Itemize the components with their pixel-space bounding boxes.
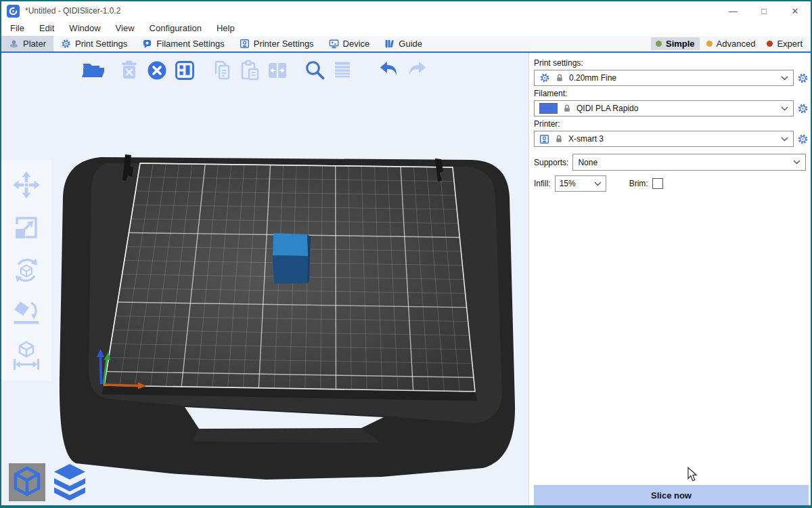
minimize-button[interactable]: — xyxy=(717,1,748,20)
printer-value: X-smart 3 xyxy=(568,134,776,144)
object-manipulation-toolbar xyxy=(1,160,51,381)
printer-icon xyxy=(240,39,250,49)
menu-window[interactable]: Window xyxy=(62,23,108,33)
tab-label: Print Settings xyxy=(75,39,127,49)
mode-switcher: Simple Advanced Expert xyxy=(651,36,811,51)
settings-panel: Print settings: 0.20mm Fine Filament: QI… xyxy=(529,53,811,505)
expert-mode-dot-icon xyxy=(767,41,773,47)
lock-icon xyxy=(562,104,572,113)
print-settings-value: 0.20mm Fine xyxy=(569,73,776,83)
plater-icon xyxy=(9,39,19,49)
simple-mode-dot-icon xyxy=(656,41,662,47)
mode-expert[interactable]: Expert xyxy=(762,37,807,50)
tab-bar: Plater Print Settings Filament Settings … xyxy=(1,36,811,53)
filament-icon xyxy=(142,39,152,49)
tab-label: Plater xyxy=(23,39,46,49)
3d-viewport[interactable] xyxy=(1,53,529,505)
close-button[interactable]: ✕ xyxy=(780,1,811,20)
device-icon xyxy=(329,39,339,49)
measure-tool-icon[interactable] xyxy=(11,340,42,371)
redo-icon[interactable] xyxy=(405,58,429,83)
arrange-icon[interactable] xyxy=(173,58,197,83)
supports-combo[interactable]: None xyxy=(572,154,806,171)
title-bar: *Untitled - QIDISlicer-1.0.2 — □ ✕ xyxy=(1,1,811,20)
fill-bed-icon[interactable] xyxy=(265,58,290,83)
menu-file[interactable]: File xyxy=(3,23,32,33)
tab-device[interactable]: Device xyxy=(321,36,378,51)
gear-icon xyxy=(61,39,71,49)
brim-checkbox[interactable] xyxy=(652,178,663,189)
filament-value: QIDI PLA Rapido xyxy=(577,104,776,113)
open-project-icon[interactable] xyxy=(80,58,104,83)
mode-simple[interactable]: Simple xyxy=(651,37,700,50)
filament-combo[interactable]: QIDI PLA Rapido xyxy=(534,100,794,117)
menu-help[interactable]: Help xyxy=(209,23,242,33)
chevron-down-icon xyxy=(594,182,602,186)
edit-printer-button[interactable] xyxy=(797,133,809,145)
infill-label: Infill: xyxy=(534,179,551,188)
window-title: *Untitled - QIDISlicer-1.0.2 xyxy=(25,6,120,16)
printer-icon xyxy=(539,134,549,144)
tab-plater[interactable]: Plater xyxy=(1,36,53,51)
filament-label: Filament: xyxy=(534,89,809,98)
move-tool-icon[interactable] xyxy=(11,169,42,200)
place-on-face-tool-icon[interactable] xyxy=(11,297,42,329)
chevron-down-icon xyxy=(793,160,800,165)
undo-icon[interactable] xyxy=(377,58,401,83)
app-logo-icon xyxy=(7,5,20,18)
rotate-tool-icon[interactable] xyxy=(11,255,42,286)
filament-color-swatch xyxy=(539,103,558,114)
mode-advanced[interactable]: Advanced xyxy=(702,37,761,50)
tab-label: Printer Settings xyxy=(254,39,314,49)
guide-icon xyxy=(384,39,394,49)
print-settings-combo[interactable]: 0.20mm Fine xyxy=(534,70,794,86)
slice-now-button[interactable]: Slice now xyxy=(534,485,809,505)
brim-label: Brim: xyxy=(629,179,648,188)
tab-label: Filament Settings xyxy=(156,39,224,49)
main-area: Print settings: 0.20mm Fine Filament: QI… xyxy=(1,53,811,505)
tab-label: Device xyxy=(343,39,370,49)
tab-label: Guide xyxy=(399,39,422,49)
infill-combo[interactable]: 15% xyxy=(555,175,606,192)
scale-tool-icon[interactable] xyxy=(11,212,42,243)
window-controls: — □ ✕ xyxy=(717,1,811,20)
tab-filament-settings[interactable]: Filament Settings xyxy=(135,36,231,51)
printer-combo[interactable]: X-smart 3 xyxy=(534,131,794,147)
edit-filament-button[interactable] xyxy=(797,103,809,114)
3d-scene-canvas[interactable] xyxy=(1,53,528,505)
lock-icon xyxy=(554,134,564,144)
printer-label: Printer: xyxy=(534,119,809,129)
menu-bar: File Edit Window View Configuration Help xyxy=(1,20,811,36)
delete-all-icon[interactable] xyxy=(145,58,169,83)
model-cube[interactable] xyxy=(273,233,311,284)
paste-icon[interactable] xyxy=(238,58,262,83)
mode-label: Advanced xyxy=(717,39,756,49)
tab-guide[interactable]: Guide xyxy=(377,36,430,51)
cube-front-face xyxy=(273,255,308,284)
supports-value: None xyxy=(578,158,788,167)
chevron-down-icon xyxy=(781,137,788,142)
variable-layer-height-icon[interactable] xyxy=(330,58,355,83)
menu-edit[interactable]: Edit xyxy=(32,23,62,33)
plater-toolbar xyxy=(80,58,429,83)
maximize-button[interactable]: □ xyxy=(748,1,780,20)
app-window: *Untitled - QIDISlicer-1.0.2 — □ ✕ File … xyxy=(0,0,812,508)
advanced-mode-dot-icon xyxy=(706,41,713,47)
3d-editor-view-icon[interactable] xyxy=(9,463,45,501)
handle-bar xyxy=(193,429,380,443)
gear-icon xyxy=(539,72,550,83)
menu-configuration[interactable]: Configuration xyxy=(142,23,209,33)
lock-icon xyxy=(555,73,564,83)
edit-print-settings-button[interactable] xyxy=(797,72,809,84)
copy-icon[interactable] xyxy=(210,58,234,83)
tab-print-settings[interactable]: Print Settings xyxy=(53,36,135,51)
view-mode-toggles xyxy=(9,462,89,501)
chevron-down-icon xyxy=(781,106,788,111)
delete-icon[interactable] xyxy=(117,58,141,83)
preview-layers-view-icon[interactable] xyxy=(51,462,89,501)
menu-view[interactable]: View xyxy=(108,23,142,33)
chevron-down-icon xyxy=(781,76,788,81)
search-icon[interactable] xyxy=(302,58,327,83)
tab-printer-settings[interactable]: Printer Settings xyxy=(232,36,321,51)
cube-top-face xyxy=(273,233,308,256)
